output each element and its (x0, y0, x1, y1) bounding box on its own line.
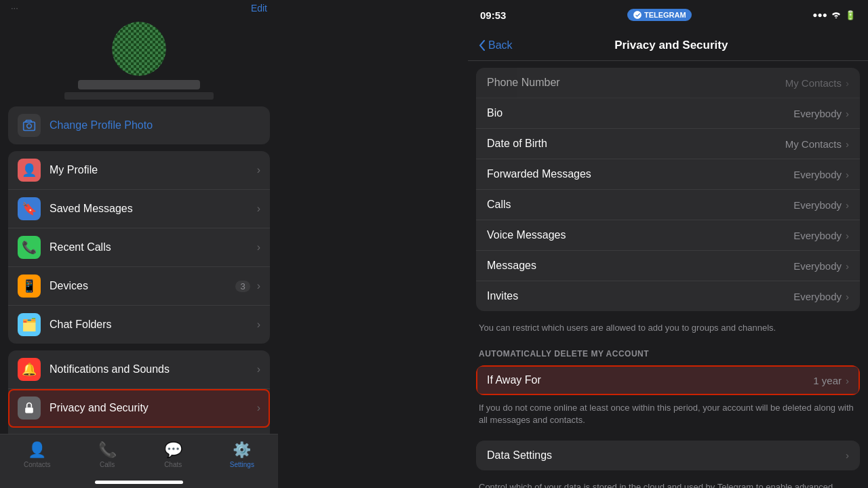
bio-row[interactable]: Bio Everybody › (476, 98, 860, 129)
devices-label: Devices (50, 280, 235, 292)
chevron-icon: › (257, 203, 260, 215)
edit-button[interactable]: Edit (251, 3, 267, 14)
date-of-birth-value: My Contacts (785, 138, 842, 150)
messages-row[interactable]: Messages Everybody › (476, 251, 860, 281)
chevron-icon: › (846, 108, 849, 119)
chevron-icon: › (846, 260, 849, 272)
home-indicator (95, 481, 183, 484)
chat-folders-item[interactable]: 🗂️ Chat Folders › (8, 306, 270, 344)
privacy-item[interactable]: Privacy and Security › (8, 389, 270, 428)
telegram-label: TELEGRAM (644, 11, 686, 19)
messages-label: Messages (487, 260, 793, 272)
phone-number-value: My Contacts (785, 77, 842, 89)
saved-icon: 🔖 (18, 197, 41, 220)
phone-number-row[interactable]: Phone Number My Contacts › (476, 68, 860, 98)
date-of-birth-row[interactable]: Date of Birth My Contacts › (476, 129, 860, 159)
chevron-icon: › (257, 164, 260, 176)
top-left-dots: ··· (11, 3, 18, 14)
tab-chats[interactable]: 💬 Chats (164, 441, 182, 468)
top-bar-left: ··· Edit (0, 0, 278, 15)
wifi-icon (831, 10, 842, 20)
contacts-tab-label: Contacts (24, 461, 50, 468)
calls-tab-label: Calls (100, 461, 115, 468)
profile-section (0, 15, 278, 106)
voice-messages-label: Voice Messages (487, 229, 793, 241)
chevron-icon: › (257, 241, 260, 253)
section-data-settings: Data Settings › (476, 441, 860, 470)
auto-delete-header: AUTOMATICALLY DELETE MY ACCOUNT (468, 341, 868, 363)
invites-label: Invites (487, 290, 793, 302)
voice-messages-row[interactable]: Voice Messages Everybody › (476, 220, 860, 251)
invites-value: Everybody (793, 291, 842, 302)
notifications-item[interactable]: 🔔 Notifications and Sounds › (8, 350, 270, 389)
devices-item[interactable]: 📱 Devices 3 › (8, 267, 270, 306)
phone-number-label: Phone Number (487, 77, 785, 89)
username-blurred (78, 80, 200, 89)
section-partial: Phone Number My Contacts › Bio Everybody… (476, 68, 860, 311)
tab-bar: 👤 Contacts 📞 Calls 💬 Chats ⚙️ Settings (0, 434, 278, 488)
privacy-icon (18, 396, 41, 420)
left-panel: ··· Edit Change Profile Photo (0, 0, 278, 488)
section3-note: Control which of your data is stored in … (468, 477, 868, 488)
section1-note: You can restrict which users are allowed… (468, 318, 868, 341)
chats-tab-label: Chats (164, 461, 182, 468)
svg-point-0 (27, 124, 32, 129)
devices-badge: 3 (235, 281, 250, 292)
my-profile-label: My Profile (50, 164, 254, 176)
menu-list: Change Profile Photo 👤 My Profile › 🔖 Sa… (0, 106, 278, 434)
battery-icon: 🔋 (845, 10, 856, 20)
settings-tab-icon: ⚙️ (233, 441, 251, 459)
notifications-label: Notifications and Sounds (50, 363, 254, 375)
bio-value: Everybody (793, 108, 842, 119)
chat-folders-label: Chat Folders (50, 319, 254, 331)
if-away-for-label: If Away For (487, 374, 813, 386)
change-photo-label: Change Profile Photo (50, 119, 260, 131)
chevron-icon: › (846, 375, 849, 386)
nav-bar: Back Privacy and Security (468, 30, 868, 61)
chevron-icon: › (846, 291, 849, 302)
signal-icon: ●●● (812, 10, 827, 20)
chevron-icon: › (257, 280, 260, 292)
section-change-photo: Change Profile Photo (8, 106, 270, 144)
chevron-icon: › (257, 402, 260, 414)
contacts-tab-icon: 👤 (28, 441, 46, 459)
change-photo-item[interactable]: Change Profile Photo (8, 106, 270, 144)
if-away-for-row[interactable]: If Away For 1 year › (476, 365, 860, 395)
my-profile-item[interactable]: 👤 My Profile › (8, 151, 270, 190)
nav-title: Privacy and Security (513, 39, 830, 52)
status-center: TELEGRAM (627, 9, 692, 21)
svg-point-3 (835, 17, 837, 18)
calls-row[interactable]: Calls Everybody › (476, 190, 860, 220)
calls-tab-icon: 📞 (98, 441, 117, 459)
calls-label: Calls (487, 199, 793, 211)
status-time: 09:53 (480, 9, 506, 21)
status-bar: 09:53 TELEGRAM ●●● 🔋 (468, 0, 868, 30)
right-panel: 09:53 TELEGRAM ●●● 🔋 (468, 0, 868, 488)
data-storage-item[interactable]: 📦 Data and Storage › (8, 428, 270, 434)
forwarded-messages-row[interactable]: Forwarded Messages Everybody › (476, 159, 860, 190)
data-settings-row[interactable]: Data Settings › (476, 441, 860, 470)
tab-settings[interactable]: ⚙️ Settings (230, 441, 254, 468)
chevron-icon: › (846, 77, 849, 89)
chevron-icon: › (257, 363, 260, 375)
folders-icon: 🗂️ (18, 313, 41, 336)
date-of-birth-label: Date of Birth (487, 138, 785, 150)
section-auto-delete: If Away For 1 year › (476, 365, 860, 395)
if-away-for-value: 1 year (813, 375, 842, 386)
saved-messages-item[interactable]: 🔖 Saved Messages › (8, 190, 270, 228)
back-button[interactable]: Back (479, 39, 513, 52)
center-gap (278, 0, 468, 488)
chats-tab-icon: 💬 (164, 441, 182, 459)
section-settings: 🔔 Notifications and Sounds › Privacy and… (8, 350, 270, 434)
svg-rect-2 (25, 407, 33, 413)
chevron-icon: › (846, 169, 849, 180)
tab-calls[interactable]: 📞 Calls (98, 441, 117, 468)
tab-contacts[interactable]: 👤 Contacts (24, 441, 50, 468)
voice-messages-value: Everybody (793, 230, 842, 241)
recent-calls-label: Recent Calls (50, 241, 254, 253)
recent-calls-item[interactable]: 📞 Recent Calls › (8, 228, 270, 267)
forwarded-messages-label: Forwarded Messages (487, 168, 793, 180)
status-right: ●●● 🔋 (812, 10, 856, 20)
invites-row[interactable]: Invites Everybody › (476, 281, 860, 311)
phone-blurred (64, 92, 214, 100)
